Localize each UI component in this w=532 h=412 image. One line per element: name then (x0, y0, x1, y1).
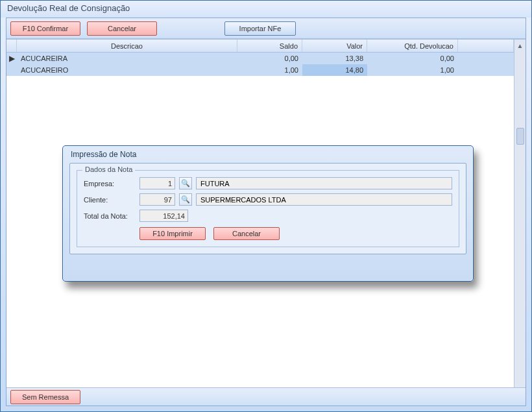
cliente-name-field (196, 193, 452, 206)
cell-saldo: 0,00 (237, 53, 302, 64)
cliente-label: Cliente: (84, 196, 136, 204)
table-row[interactable]: ▶ACUCAREIRA0,0013,380,00 (6, 53, 514, 64)
total-label: Total da Nota: (84, 212, 136, 220)
toolbar: F10 Confirmar Cancelar Importar NFe (6, 18, 526, 39)
cell-valor[interactable]: 14,80 (302, 64, 367, 76)
cell-qtd: 1,00 (367, 64, 458, 76)
empresa-lookup-button[interactable]: 🔍 (179, 177, 192, 189)
empresa-id-field[interactable] (139, 177, 175, 189)
col-qtd[interactable]: Qtd. Devolucao (367, 40, 458, 52)
scroll-up-icon[interactable]: ▲ (516, 41, 525, 50)
empresa-label: Empresa: (84, 180, 136, 188)
col-descricao[interactable]: Descricao (17, 40, 237, 52)
total-field (139, 210, 188, 222)
dados-da-nota-group: Dados da Nota Empresa: 🔍 Cliente: 🔍 (77, 170, 459, 247)
cell-descricao: ACUCAREIRA (17, 53, 237, 64)
sem-remessa-button[interactable]: Sem Remessa (10, 390, 80, 404)
vertical-scrollbar[interactable]: ▲ (514, 40, 526, 387)
cell-saldo: 1,00 (237, 64, 302, 76)
cell-qtd: 0,00 (367, 53, 458, 64)
import-nfe-button[interactable]: Importar NFe (224, 21, 296, 36)
cliente-id-field[interactable] (139, 193, 175, 206)
col-saldo[interactable]: Saldo (237, 40, 302, 52)
table-row[interactable]: ACUCAREIRO1,0014,801,00 (6, 64, 514, 76)
cell-descricao: ACUCAREIRO (17, 64, 237, 76)
row-indicator-icon: ▶ (6, 53, 17, 64)
content-panel: F10 Confirmar Cancelar Importar NFe Desc… (6, 18, 526, 406)
window-title: Devolução Real de Consignação (1, 1, 531, 18)
group-label: Dados da Nota (82, 165, 135, 173)
main-window: Devolução Real de Consignação F10 Confir… (0, 0, 532, 412)
grid-header: Descricao Saldo Valor Qtd. Devolucao (6, 40, 514, 53)
scroll-thumb[interactable] (516, 128, 524, 145)
footer-bar: Sem Remessa (6, 387, 526, 406)
row-indicator-icon (6, 64, 17, 76)
cancel-button[interactable]: Cancelar (87, 21, 157, 36)
search-icon: 🔍 (181, 179, 190, 188)
cliente-lookup-button[interactable]: 🔍 (179, 193, 192, 206)
confirm-button[interactable]: F10 Confirmar (10, 21, 80, 36)
cell-valor[interactable]: 13,38 (302, 53, 367, 64)
print-dialog: Impressão de Nota Dados da Nota Empresa:… (62, 145, 474, 282)
print-button[interactable]: F10 Imprimir (139, 227, 206, 240)
dialog-title: Impressão de Nota (63, 146, 473, 163)
search-icon: 🔍 (181, 195, 190, 204)
empresa-name-field (196, 177, 452, 189)
dialog-cancel-button[interactable]: Cancelar (213, 227, 280, 240)
col-valor[interactable]: Valor (302, 40, 367, 52)
